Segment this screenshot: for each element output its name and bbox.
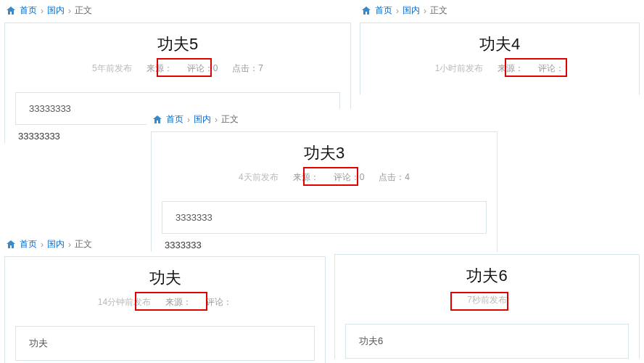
source-label: 来源： [165,296,191,309]
article-preview: 功夫 [15,326,315,361]
breadcrumb-current: 正文 [221,113,239,126]
article-preview: 3333333 [162,201,487,234]
article-container: 功夫 14分钟前发布 来源： 评论： 功夫 功夫 [4,256,326,363]
article-meta: 1小时前发布 来源： 评论： [368,62,632,75]
article-container: 功夫3 4天前发布 来源： 评论：0 点击：4 3333333 3333333 [151,131,498,252]
clicks: 点击：4 [379,171,410,184]
breadcrumb-category[interactable]: 国内 [47,238,65,250]
comments-label: 评论： [538,62,564,75]
publish-time: 5年前发布 [92,62,132,75]
article-title: 功夫6 [342,265,632,287]
chevron-right-icon: › [215,115,218,125]
article-title: 功夫4 [368,33,632,55]
source-label: 来源： [498,62,524,75]
breadcrumb-category[interactable]: 国内 [402,4,420,17]
article-container: 功夫4 1小时前发布 来源： 评论： [360,23,640,95]
source-label: 来源： [293,171,319,184]
article-preview: 功夫6 [345,324,629,359]
home-icon [6,7,16,15]
breadcrumb-home[interactable]: 首页 [166,113,183,126]
home-icon [361,7,371,15]
publish-time: 4天前发布 [239,171,278,184]
article-meta: 14分钟前发布 来源： 评论： [12,296,318,309]
breadcrumb: 首页 › 国内 › 正文 [355,0,644,21]
home-icon [6,240,16,249]
breadcrumb-category[interactable]: 国内 [47,4,65,17]
publish-time: 1小时前发布 [435,62,484,75]
breadcrumb-current: 正文 [75,238,92,250]
article-plain: 3333333 [162,238,487,252]
article-meta: 4天前发布 来源： 评论：0 点击：4 [159,171,490,184]
chevron-right-icon: › [68,240,71,250]
breadcrumb-home[interactable]: 首页 [20,238,37,250]
chevron-right-icon: › [396,6,399,16]
article-title: 功夫 [12,267,318,289]
publish-time: 14分钟前发布 [98,296,151,309]
home-icon [152,115,162,124]
chevron-right-icon: › [68,6,71,16]
article-meta: 7秒前发布 [342,294,632,306]
breadcrumb-current: 正文 [75,4,92,17]
breadcrumb-home[interactable]: 首页 [375,4,392,17]
breadcrumb: 首页 › 国内 › 正文 [146,109,502,130]
article-title: 功夫3 [159,142,490,164]
chevron-right-icon: › [41,240,44,250]
comments: 评论：0 [187,62,218,75]
publish-time: 7秒前发布 [467,294,507,306]
breadcrumb-category[interactable]: 国内 [194,113,211,126]
breadcrumb: 首页 › 国内 › 正文 [0,0,355,21]
comments: 评论：0 [334,171,365,184]
chevron-right-icon: › [41,6,44,16]
breadcrumb-home[interactable]: 首页 [20,4,37,17]
breadcrumb-current: 正文 [430,4,447,17]
article-title: 功夫5 [12,33,343,55]
comments-label: 评论： [206,296,232,309]
clicks: 点击：7 [232,62,263,75]
chevron-right-icon: › [187,115,190,125]
source-label: 来源： [146,62,173,75]
article-meta: 5年前发布 来源： 评论：0 点击：7 [12,62,343,75]
chevron-right-icon: › [424,6,426,16]
article-container: 功夫6 7秒前发布 功夫6 [334,254,640,359]
